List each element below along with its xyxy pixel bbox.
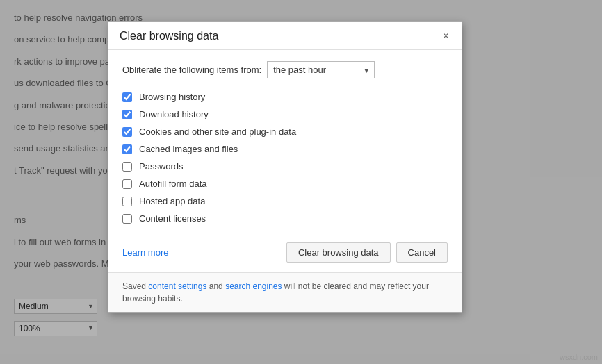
close-button[interactable]: × [441, 31, 450, 42]
checkbox-hosted-app[interactable]: Hosted app data [122, 192, 448, 210]
checkbox-cached-images[interactable]: Cached images and files [122, 140, 448, 158]
checkbox-browsing-history-label: Browsing history [139, 92, 205, 102]
content-settings-link[interactable]: content settings [148, 281, 206, 291]
checkbox-download-history[interactable]: Download history [122, 106, 448, 123]
dialog-title: Clear browsing data [120, 30, 218, 42]
checkbox-download-history-input[interactable] [122, 110, 132, 119]
checkbox-cached-images-input[interactable] [122, 144, 132, 154]
learn-more-link[interactable]: Learn more [122, 247, 168, 258]
dialog-titlebar: Clear browsing data × [108, 22, 462, 50]
checkbox-content-licenses[interactable]: Content licenses [122, 210, 448, 227]
dialog-footer-actions: Learn more Clear browsing data Cancel [108, 235, 462, 272]
time-select-wrapper: the past hour the past day the past week… [267, 61, 375, 78]
checkbox-cookies-label: Cookies and other site and plug-in data [139, 126, 296, 137]
checkbox-list: Browsing history Download history Cookie… [122, 88, 448, 227]
checkbox-download-history-label: Download history [139, 109, 209, 119]
info-text-mid: and [206, 281, 225, 291]
checkbox-passwords-label: Passwords [139, 161, 184, 172]
checkbox-browsing-history[interactable]: Browsing history [122, 88, 448, 106]
action-buttons: Clear browsing data Cancel [286, 242, 448, 263]
checkbox-cookies[interactable]: Cookies and other site and plug-in data [122, 123, 448, 140]
checkbox-hosted-app-label: Hosted app data [139, 196, 205, 206]
checkbox-cookies-input[interactable] [122, 127, 132, 137]
clear-browsing-data-button[interactable]: Clear browsing data [286, 242, 391, 263]
checkbox-autofill-label: Autofill form data [139, 179, 207, 189]
checkbox-passwords[interactable]: Passwords [122, 158, 448, 175]
dialog-body: Obliterate the following items from: the… [108, 50, 462, 235]
obliterate-label: Obliterate the following items from: [122, 65, 261, 75]
checkbox-content-licenses-label: Content licenses [139, 213, 206, 224]
checkbox-passwords-input[interactable] [122, 162, 132, 172]
dialog-info-bar: Saved content settings and search engine… [108, 272, 462, 312]
cancel-button[interactable]: Cancel [396, 242, 448, 263]
info-text-before: Saved [122, 281, 148, 291]
checkbox-autofill[interactable]: Autofill form data [122, 175, 448, 192]
obliterate-row: Obliterate the following items from: the… [122, 61, 448, 78]
clear-browsing-data-dialog: Clear browsing data × Obliterate the fol… [108, 21, 462, 313]
checkbox-autofill-input[interactable] [122, 179, 132, 189]
checkbox-cached-images-label: Cached images and files [139, 144, 238, 154]
time-range-select[interactable]: the past hour the past day the past week… [267, 61, 375, 78]
checkbox-content-licenses-input[interactable] [122, 214, 132, 224]
search-engines-link[interactable]: search engines [225, 281, 282, 291]
watermark: wsxdn.com [560, 353, 598, 361]
checkbox-browsing-history-input[interactable] [122, 92, 132, 102]
checkbox-hosted-app-input[interactable] [122, 197, 132, 206]
